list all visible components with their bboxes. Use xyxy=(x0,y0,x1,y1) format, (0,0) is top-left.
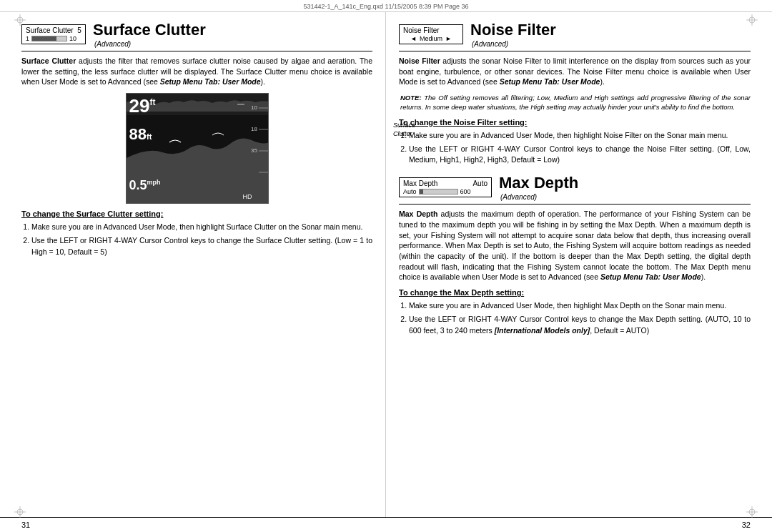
noise-filter-title: Noise Filter xyxy=(470,21,556,39)
surface-clutter-menu-title: Surface Clutter 5 xyxy=(26,26,81,34)
nav-right-arrow: ► xyxy=(445,35,452,42)
sonar-speed: 0.5mph xyxy=(129,178,161,193)
noise-filter-value: Medium xyxy=(420,35,442,42)
noise-filter-subtitle: (Advanced) xyxy=(472,40,508,48)
noise-filter-instruction-1: Make sure you are in Advanced User Mode,… xyxy=(409,130,751,141)
max-depth-menu-title: Max Depth xyxy=(403,179,437,187)
max-depth-600: 600 xyxy=(460,188,471,195)
surface-clutter-instructions: Make sure you are in Advanced User Mode,… xyxy=(21,222,372,257)
noise-filter-body: Noise Filter adjusts the sonar Noise Fil… xyxy=(399,56,751,87)
max-depth-body: Max Depth adjusts the maximum depth of o… xyxy=(399,209,751,282)
reg-mark-bl xyxy=(14,506,26,518)
max-depth-instruction-2: Use the LEFT or RIGHT 4-WAY Cursor Contr… xyxy=(409,314,751,335)
noise-filter-instruction-heading: To change the Noise Filter setting: xyxy=(399,118,751,127)
surface-clutter-title-block: Surface Clutter (Advanced) xyxy=(93,21,206,48)
right-page-number: 32 xyxy=(742,521,751,529)
sonar-hd-label: HD xyxy=(243,193,252,200)
sonar-second-depth: 88ft xyxy=(129,125,152,144)
content-area: Surface Clutter 5 1 10 Surface Clutter (… xyxy=(0,11,772,517)
left-column: Surface Clutter 5 1 10 Surface Clutter (… xyxy=(0,12,386,517)
surface-clutter-menu-box: Surface Clutter 5 1 10 xyxy=(21,24,86,44)
max-depth-instruction-heading: To change the Max Depth setting: xyxy=(399,288,751,297)
sonar-clutter-label: SurfaceClutter xyxy=(393,122,415,138)
noise-filter-note: NOTE: The Off setting removes all filter… xyxy=(399,93,751,112)
svg-text:35: 35 xyxy=(251,147,257,154)
max-depth-menu-box: Max Depth Auto Auto 600 xyxy=(399,177,492,197)
right-divider-2 xyxy=(399,204,751,205)
surface-clutter-body: Surface Clutter adjusts the filter that … xyxy=(21,56,372,87)
noise-filter-menu-box: Noise Filter ◄ Medium ► xyxy=(399,24,463,44)
surface-clutter-subtitle: (Advanced) xyxy=(94,40,131,48)
max-depth-auto-label: Auto xyxy=(472,179,488,187)
noise-filter-nav: ◄ Medium ► xyxy=(403,35,459,42)
noise-filter-instruction-2: Use the LEFT or RIGHT 4-WAY Cursor Contr… xyxy=(409,144,751,165)
left-divider-1 xyxy=(21,51,372,51)
left-page-number: 31 xyxy=(21,521,30,529)
noise-filter-instructions: Make sure you are in Advanced User Mode,… xyxy=(399,130,751,166)
reg-mark-tr xyxy=(746,14,758,26)
surface-clutter-title: Surface Clutter xyxy=(93,21,206,39)
header-bar: 531442-1_A_141c_Eng.qxd 11/15/2005 8:39 … xyxy=(0,0,772,11)
surface-clutter-instruction-1: Make sure you are in Advanced User Mode,… xyxy=(31,222,372,232)
noise-filter-header: Noise Filter ◄ Medium ► Noise Filter (Ad… xyxy=(399,21,751,48)
right-divider-1 xyxy=(399,51,751,51)
max-depth-instruction-1: Make sure you are in Advanced User Mode,… xyxy=(409,300,751,311)
svg-text:10: 10 xyxy=(251,104,257,111)
page-wrapper: 531442-1_A_141c_Eng.qxd 11/15/2005 8:39 … xyxy=(0,0,772,532)
noise-filter-menu-title: Noise Filter xyxy=(403,26,459,34)
max-depth-subtitle: (Advanced) xyxy=(500,193,537,201)
max-depth-bottom-row: Auto 600 xyxy=(403,188,488,195)
max-depth-instructions: Make sure you are in Advanced User Mode,… xyxy=(399,300,751,336)
footer-bar: 31 32 xyxy=(0,517,772,532)
reg-mark-br xyxy=(746,506,758,518)
max-depth-auto-value: Auto xyxy=(403,188,417,195)
header-text: 531442-1_A_141c_Eng.qxd 11/15/2005 8:39 … xyxy=(303,3,468,10)
surface-clutter-instruction-2: Use the LEFT or RIGHT 4-WAY Cursor Contr… xyxy=(31,235,372,257)
noise-filter-title-block: Noise Filter (Advanced) xyxy=(470,21,556,48)
max-depth-top-row: Max Depth Auto xyxy=(403,179,488,187)
surface-clutter-header: Surface Clutter 5 1 10 Surface Clutter (… xyxy=(21,21,372,48)
surface-clutter-instruction-heading: To change the Surface Clutter setting: xyxy=(21,210,372,218)
nav-left-arrow: ◄ xyxy=(410,35,417,42)
sonar-image: 10 18 35 29ft 88ft 0.5mph xyxy=(126,93,269,204)
slider-track xyxy=(31,36,67,41)
surface-clutter-bold: Surface Clutter xyxy=(21,56,76,65)
max-depth-header: Max Depth Auto Auto 600 Max Depth (Advan… xyxy=(399,174,751,201)
surface-clutter-slider: 1 10 xyxy=(26,35,81,42)
note-label: NOTE: xyxy=(400,94,422,102)
max-depth-title-block: Max Depth (Advanced) xyxy=(499,174,578,201)
sonar-depth: 29ft xyxy=(129,97,156,115)
reg-mark-tl xyxy=(14,14,26,26)
sonar-image-container: 10 18 35 29ft 88ft 0.5mph xyxy=(21,93,372,204)
svg-text:18: 18 xyxy=(251,126,257,132)
right-column: Noise Filter ◄ Medium ► Noise Filter (Ad… xyxy=(386,12,772,517)
max-depth-title: Max Depth xyxy=(499,174,578,192)
depth-slider-track xyxy=(419,189,458,194)
